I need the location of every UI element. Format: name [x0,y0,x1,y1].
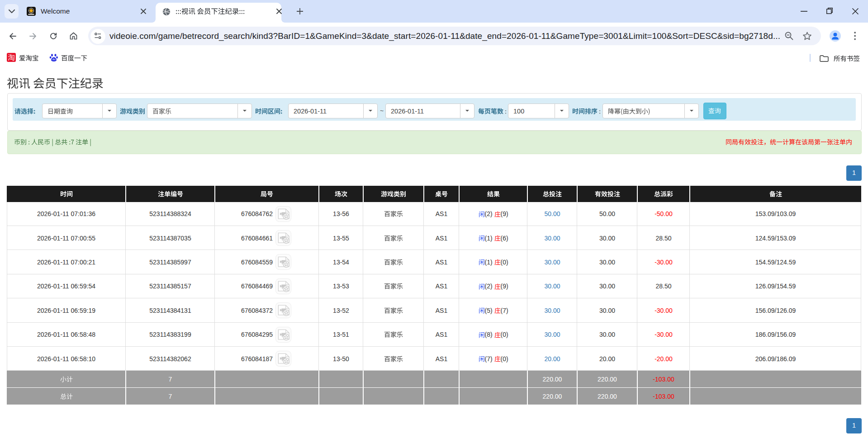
svg-text:du: du [52,58,56,61]
